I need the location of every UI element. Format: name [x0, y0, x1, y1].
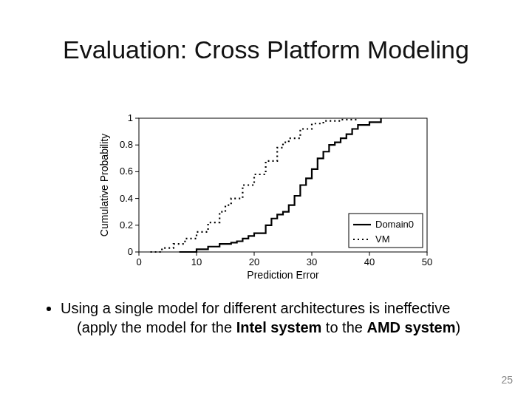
- x-axis-label: Prediction Error: [247, 269, 319, 281]
- legend-label: VM: [375, 233, 390, 245]
- chart-container: 0102030405000.20.40.60.81Prediction Erro…: [96, 111, 436, 284]
- bullet-list: Using a single model for different archi…: [44, 299, 495, 337]
- page-title: Evaluation: Cross Platform Modeling: [0, 35, 532, 64]
- bullet-text-2a: (apply the model for the: [77, 319, 236, 335]
- cdf-chart: 0102030405000.20.40.60.81Prediction Erro…: [96, 111, 436, 284]
- y-tick-label: 0: [128, 246, 133, 257]
- bullet-text-1a: Using a single model for different archi…: [61, 300, 384, 316]
- x-tick-label: 10: [191, 256, 202, 267]
- y-tick-label: 0.4: [120, 193, 133, 204]
- y-tick-label: 0.2: [120, 219, 133, 231]
- x-tick-label: 50: [422, 256, 432, 267]
- series-vm: [151, 118, 358, 252]
- bullet-item: Using a single model for different archi…: [61, 299, 495, 337]
- bullet-text-2d: AMD system: [366, 319, 455, 335]
- y-axis-label: Cumulative Probability: [98, 134, 110, 236]
- bullet-text-2e: ): [456, 319, 461, 335]
- bullet-text-2b: Intel system: [236, 319, 322, 335]
- y-tick-label: 1: [128, 112, 133, 123]
- bullet-text-1b: ineffective: [384, 300, 451, 316]
- y-tick-label: 0.6: [120, 166, 133, 177]
- x-tick-label: 0: [136, 256, 141, 267]
- legend-label: Domain0: [375, 219, 414, 230]
- x-tick-label: 20: [249, 256, 259, 267]
- x-tick-label: 40: [364, 256, 375, 267]
- bullet-text-2c: to the: [321, 319, 366, 335]
- y-tick-label: 0.8: [120, 139, 133, 150]
- page-number: 25: [501, 374, 513, 386]
- x-tick-label: 30: [307, 256, 317, 267]
